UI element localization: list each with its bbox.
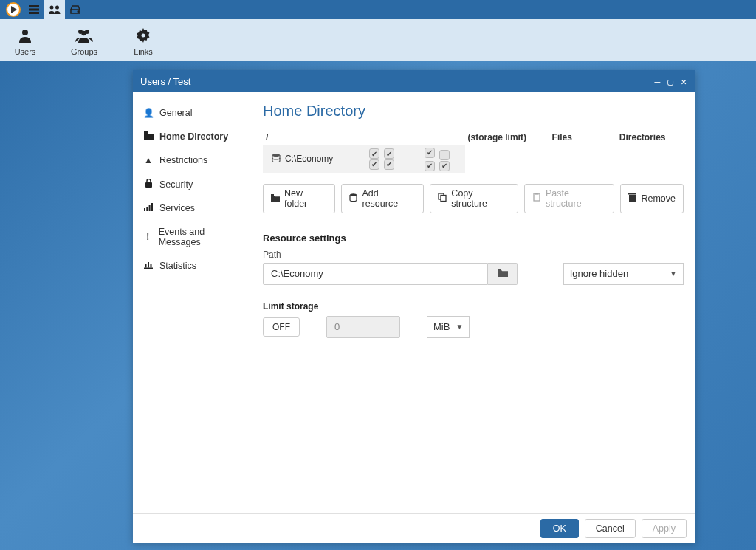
col-name: / <box>263 130 465 145</box>
svg-rect-13 <box>144 131 148 133</box>
svg-rect-15 <box>144 208 145 211</box>
sidebar-item-label: Home Directory <box>159 131 228 142</box>
top-toolbar <box>0 0 756 19</box>
lock-icon <box>143 179 154 190</box>
svg-rect-2 <box>29 12 39 14</box>
sidebar-item-general[interactable]: 👤 General <box>133 101 251 125</box>
remove-button[interactable]: Remove <box>620 184 684 213</box>
new-folder-button[interactable]: New folder <box>263 184 335 213</box>
svg-point-4 <box>55 6 59 10</box>
database-icon <box>272 154 281 165</box>
svg-point-10 <box>81 31 86 35</box>
sidebar-item-security[interactable]: Security <box>133 172 251 196</box>
ribbon-users[interactable]: Users <box>7 22 43 59</box>
browse-folder-button[interactable] <box>488 263 518 285</box>
dialog-content: Home Directory / (storage limit) Files D… <box>251 92 695 513</box>
resource-path: C:\Economy <box>285 154 333 164</box>
dialog-sidebar: 👤 General Home Directory ▲ Restrictions … <box>133 92 251 513</box>
ribbon-links-label: Links <box>134 47 153 56</box>
svg-point-23 <box>272 154 280 157</box>
disk-icon[interactable] <box>65 0 86 19</box>
svg-rect-0 <box>29 5 39 7</box>
ribbon-links[interactable]: Links <box>126 22 161 59</box>
user-icon: 👤 <box>143 108 154 118</box>
limit-toggle[interactable]: OFF <box>263 317 300 337</box>
svg-rect-16 <box>146 207 148 211</box>
sidebar-item-restrictions[interactable]: ▲ Restrictions <box>133 148 251 172</box>
exclamation-icon: ! <box>143 232 153 242</box>
database-icon <box>349 193 357 204</box>
dir-perm-checkbox[interactable] <box>425 148 435 158</box>
svg-rect-33 <box>498 269 501 270</box>
file-perm-checkbox[interactable] <box>369 148 379 159</box>
chevron-down-icon: ▼ <box>456 323 463 331</box>
sidebar-item-label: Statistics <box>159 261 196 271</box>
gear-icon <box>135 25 151 46</box>
sidebar-item-services[interactable]: Services <box>133 196 251 220</box>
path-label: Path <box>263 250 684 260</box>
resource-settings-heading: Resource settings <box>263 233 684 244</box>
hidden-select-value: Ignore hidden <box>570 268 629 279</box>
svg-point-12 <box>142 34 145 38</box>
resource-row[interactable]: C:\Economy <box>263 145 465 173</box>
svg-point-3 <box>50 6 54 10</box>
apply-button: Apply <box>642 519 687 538</box>
warning-icon: ▲ <box>143 155 154 165</box>
dirs-perms <box>421 145 464 173</box>
file-perm-checkbox[interactable] <box>384 148 394 159</box>
dir-perm-checkbox[interactable] <box>425 161 435 171</box>
svg-rect-17 <box>149 205 151 211</box>
svg-rect-31 <box>628 193 636 195</box>
add-resource-button[interactable]: Add resource <box>341 184 424 213</box>
copy-structure-button[interactable]: Copy structure <box>430 184 518 213</box>
sidebar-item-events[interactable]: ! Events and Messages <box>133 220 251 254</box>
maximize-icon[interactable]: ▢ <box>666 76 675 87</box>
limit-unit-value: MiB <box>433 321 450 332</box>
svg-rect-30 <box>629 195 636 202</box>
ok-button[interactable]: OK <box>540 519 579 538</box>
page-title: Home Directory <box>263 103 684 120</box>
paste-structure-button: Paste structure <box>524 184 614 213</box>
svg-rect-19 <box>144 268 153 269</box>
layers-icon[interactable] <box>24 0 44 19</box>
svg-rect-21 <box>148 262 149 268</box>
copy-icon <box>438 193 447 204</box>
dialog-footer: OK Cancel Apply <box>133 513 695 543</box>
resource-buttons: New folder Add resource Copy structure <box>263 184 684 213</box>
limit-value-input <box>326 316 400 338</box>
svg-rect-1 <box>29 9 39 11</box>
sidebar-item-label: Events and Messages <box>159 227 241 247</box>
sidebar-item-home-directory[interactable]: Home Directory <box>133 125 251 148</box>
dir-perm-checkbox[interactable] <box>439 161 450 171</box>
ribbon-groups[interactable]: Groups <box>66 22 102 59</box>
hidden-select[interactable]: Ignore hidden ▼ <box>563 263 684 285</box>
limit-unit-select[interactable]: MiB ▼ <box>427 316 470 338</box>
folder-icon <box>498 268 508 279</box>
svg-point-7 <box>22 30 28 35</box>
file-perm-checkbox[interactable] <box>369 159 379 170</box>
dialog-titlebar: Users / Test — ▢ ✕ <box>133 70 695 92</box>
minimize-icon[interactable]: — <box>653 76 662 87</box>
col-dirs: Directories <box>616 130 684 145</box>
svg-rect-24 <box>271 194 274 196</box>
app-logo-icon[interactable] <box>3 0 24 19</box>
svg-point-6 <box>78 11 79 13</box>
sidebar-item-label: Security <box>159 179 193 190</box>
files-perms <box>365 146 409 172</box>
path-input[interactable] <box>263 263 488 285</box>
paste-icon <box>532 193 541 204</box>
ribbon-toolbar: Users Groups Links <box>0 19 756 61</box>
dir-perm-checkbox[interactable] <box>439 150 450 160</box>
file-perm-checkbox[interactable] <box>384 159 394 170</box>
ribbon-users-label: Users <box>15 47 36 56</box>
window-controls: — ▢ ✕ <box>653 76 688 87</box>
svg-rect-18 <box>151 203 153 211</box>
close-icon[interactable]: ✕ <box>679 76 688 87</box>
users-tab-icon[interactable] <box>44 0 65 19</box>
cancel-button[interactable]: Cancel <box>585 519 636 538</box>
svg-rect-14 <box>145 182 152 188</box>
svg-rect-32 <box>631 193 634 193</box>
svg-rect-29 <box>535 193 538 194</box>
group-icon <box>75 25 94 46</box>
sidebar-item-statistics[interactable]: Statistics <box>133 254 251 278</box>
